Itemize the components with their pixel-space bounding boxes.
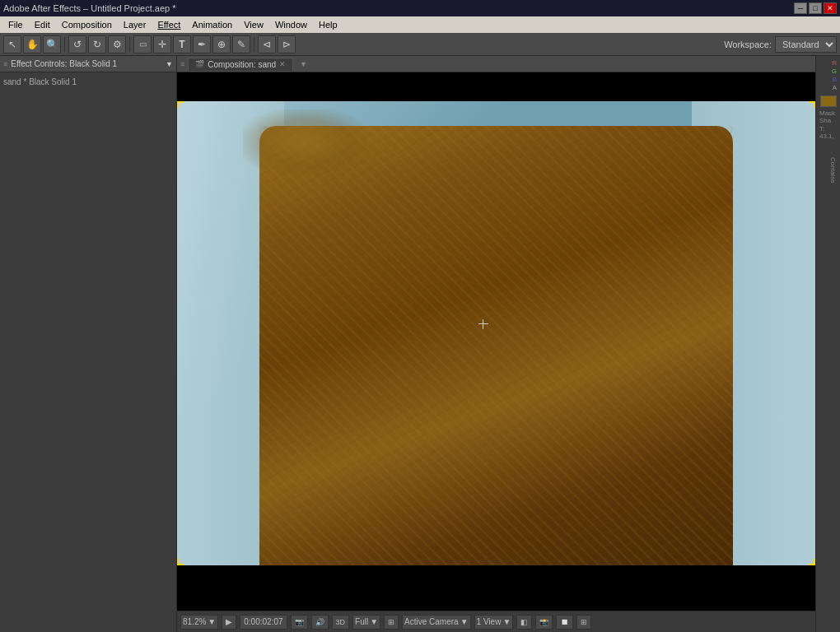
workspace-select[interactable]: Standard	[775, 36, 837, 53]
zoom-dropdown[interactable]: 81.2% ▼	[180, 615, 218, 630]
timecode-value: 0:00:02:07	[244, 617, 282, 626]
toolbar-sep3	[254, 37, 254, 52]
menu-bar: File Edit Composition Layer Effect Anima…	[0, 16, 840, 33]
show-channel-btn[interactable]: 🔲	[556, 615, 573, 630]
b-info: B	[833, 76, 837, 83]
effect-controls-header: ≡ Effect Controls: Black Solid 1 ▼	[0, 56, 176, 72]
effect-controls-subtitle: sand * Black Solid 1	[3, 76, 173, 88]
menu-window[interactable]: Window	[270, 18, 312, 31]
panel-options[interactable]: ▼	[166, 60, 173, 68]
brush-tool[interactable]: ✎	[232, 35, 250, 53]
nav-prev[interactable]: ⊲	[258, 35, 276, 53]
corner-tr	[809, 101, 815, 108]
audio-btn[interactable]: 🔊	[311, 615, 329, 630]
comp-tab-close[interactable]: ✕	[279, 60, 286, 68]
playback-btn[interactable]: ▶	[222, 615, 236, 630]
left-panel: ≡ Effect Controls: Black Solid 1 ▼ sand …	[0, 56, 177, 632]
view-count-arrow: ▼	[502, 617, 511, 626]
menu-layer[interactable]: Layer	[119, 18, 152, 31]
t-label: T: 43.1,	[819, 125, 837, 140]
app-title: Adobe After Effects – Untitled Project.a…	[3, 3, 176, 13]
exposure-btn[interactable]: ◧	[516, 615, 532, 630]
settings-tool[interactable]: ⚙	[108, 35, 126, 53]
zoom-value: 81.2%	[183, 617, 206, 626]
minimize-button[interactable]: ─	[794, 2, 807, 14]
a-label: A	[833, 84, 837, 91]
menu-effect[interactable]: Effect	[152, 18, 185, 31]
rgba-info: R G B A Mask Sha T: 43.1, Contains	[818, 58, 838, 185]
sand-particles	[243, 109, 366, 175]
workspace-area: Workspace: Standard	[724, 36, 837, 53]
mask-sha-label: Mask Sha	[819, 109, 837, 124]
3d-btn[interactable]: 3D	[332, 615, 350, 630]
comp-crosshair	[478, 319, 488, 329]
toolbar-sep2	[129, 37, 130, 52]
b-label: B	[833, 76, 837, 83]
rect-tool[interactable]: ▭	[133, 35, 152, 53]
camera-arrow: ▼	[460, 617, 469, 626]
window-controls: ─ □ ✕	[794, 2, 837, 14]
clone-tool[interactable]: ⊕	[212, 35, 231, 53]
active-camera-dropdown[interactable]: Active Camera ▼	[402, 615, 470, 630]
toolbar-sep1	[64, 37, 65, 52]
corner-br	[809, 559, 815, 565]
menu-view[interactable]: View	[239, 18, 268, 31]
frame-controls[interactable]: 📷	[291, 615, 308, 630]
grid-btn[interactable]: ⊞	[576, 615, 591, 630]
active-camera-label: Active Camera	[404, 617, 459, 626]
effect-controls-content: sand * Black Solid 1	[0, 72, 176, 632]
g-info: G	[832, 67, 837, 75]
maximize-button[interactable]: □	[809, 2, 822, 14]
arrow-tool[interactable]: ↖	[3, 35, 21, 53]
toolbar: ↖ ✋ 🔍 ↺ ↻ ⚙ ▭ ✛ T ✒ ⊕ ✎ ⊲ ⊳ Workspace: S…	[0, 33, 840, 56]
nav-next[interactable]: ⊳	[278, 35, 296, 53]
text-tool[interactable]: T	[173, 35, 191, 53]
r-label: R	[832, 59, 837, 67]
view-count-value: 1 View	[477, 617, 502, 626]
composition-frame	[177, 101, 815, 565]
workspace-label: Workspace:	[724, 40, 772, 49]
timecode-display[interactable]: 0:00:02:07	[240, 615, 287, 630]
comp-tab-label: Composition: sand	[208, 60, 276, 69]
menu-edit[interactable]: Edit	[30, 18, 55, 31]
close-button[interactable]: ✕	[824, 2, 837, 14]
quality-arrow: ▼	[370, 617, 378, 626]
comp-header: ≡ 🎬 Composition: sand ✕ ▼	[177, 56, 815, 72]
zoom-tool[interactable]: 🔍	[43, 35, 61, 53]
comp-add[interactable]: ▼	[300, 60, 307, 68]
g-label: G	[832, 67, 837, 75]
right-panel: R G B A Mask Sha T: 43.1, Contains	[815, 56, 840, 632]
main-area: ≡ Effect Controls: Black Solid 1 ▼ sand …	[0, 56, 840, 632]
title-bar: Adobe After Effects – Untitled Project.a…	[0, 0, 840, 16]
black-top-bar	[177, 72, 815, 101]
snapshot-btn[interactable]: 📸	[535, 615, 553, 630]
menu-file[interactable]: File	[3, 18, 28, 31]
a-info: A	[833, 84, 837, 91]
hand-tool[interactable]: ✋	[23, 35, 41, 53]
comp-controls-bar: 81.2% ▼ ▶ 0:00:02:07 📷 🔊 3D Full ▼ ⊞ Act…	[177, 611, 815, 632]
comp-area: ≡ 🎬 Composition: sand ✕ ▼	[177, 56, 815, 632]
corner-tl	[177, 101, 184, 108]
comp-viewer[interactable]	[177, 72, 815, 611]
contains-label: Contains	[829, 157, 837, 184]
rotate-left-tool[interactable]: ↺	[68, 35, 86, 53]
corner-bl	[177, 559, 184, 565]
view-count-dropdown[interactable]: 1 View ▼	[474, 615, 514, 630]
sand-texture	[259, 126, 733, 565]
rotate-right-tool[interactable]: ↻	[88, 35, 106, 53]
viewer-options[interactable]: ⊞	[384, 615, 399, 630]
menu-composition[interactable]: Composition	[57, 18, 117, 31]
black-bottom-bar	[177, 565, 815, 611]
comp-tab[interactable]: 🎬 Composition: sand ✕	[188, 58, 293, 71]
menu-animation[interactable]: Animation	[187, 18, 237, 31]
pen-tool[interactable]: ✒	[193, 35, 211, 53]
quality-value: Full	[355, 617, 368, 626]
move-tool[interactable]: ✛	[153, 35, 171, 53]
menu-help[interactable]: Help	[314, 18, 343, 31]
effect-controls-tab[interactable]: Effect Controls: Black Solid 1	[11, 59, 117, 68]
color-swatch	[820, 95, 837, 107]
quality-dropdown[interactable]: Full ▼	[352, 615, 380, 630]
r-info: R	[832, 59, 837, 67]
zoom-dropdown-arrow: ▼	[208, 617, 216, 626]
